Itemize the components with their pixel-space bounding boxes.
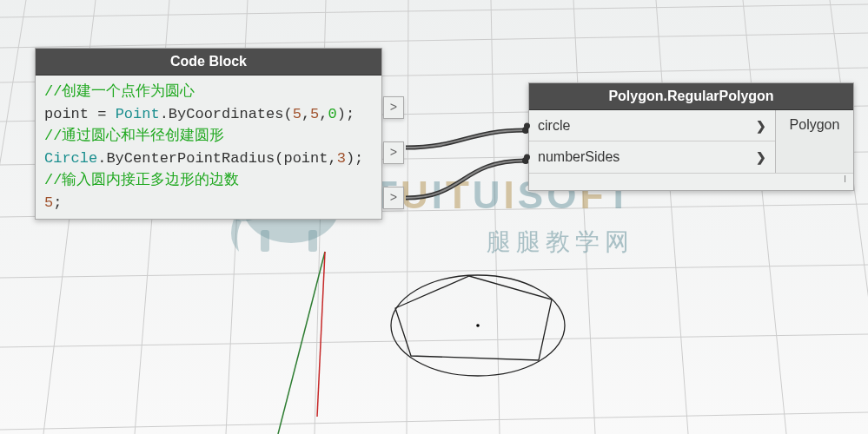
output-port-2[interactable]: >	[383, 141, 404, 164]
input-port-icon	[524, 122, 530, 128]
input-numbersides-label: numberSides	[538, 149, 756, 165]
input-circle-label: circle	[538, 118, 756, 134]
geometry-preview	[378, 260, 604, 408]
node-footer: I	[529, 173, 853, 190]
polygon-node[interactable]: Polygon.RegularPolygon circle ❯ numberSi…	[528, 82, 854, 191]
code-block-title: Code Block	[36, 49, 381, 76]
output-polygon[interactable]: Polygon	[775, 110, 853, 173]
svg-point-25	[476, 324, 480, 327]
input-port-icon	[524, 155, 530, 161]
code-block-node[interactable]: Code Block //创建一个点作为圆心 point = Point.ByC…	[35, 48, 382, 220]
code-block-body[interactable]: //创建一个点作为圆心 point = Point.ByCoordinates(…	[36, 76, 381, 219]
input-circle[interactable]: circle ❯	[529, 110, 775, 141]
chevron-right-icon: ❯	[756, 150, 766, 164]
output-port-3[interactable]: >	[383, 187, 404, 209]
output-port-1[interactable]: >	[383, 96, 404, 119]
chevron-right-icon: ❯	[756, 119, 766, 133]
input-numbersides[interactable]: numberSides ❯	[529, 141, 775, 173]
polygon-node-title: Polygon.RegularPolygon	[529, 83, 853, 110]
